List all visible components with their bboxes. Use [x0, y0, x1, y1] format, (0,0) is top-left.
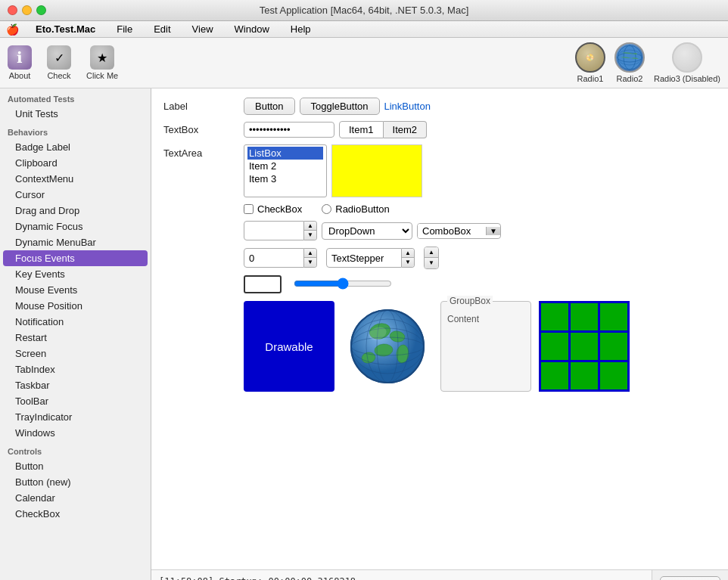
sidebar-item-dynamic-menubar[interactable]: Dynamic MenuBar [3, 234, 148, 250]
form-row-label: Label Button ToggleButton LinkButton [163, 98, 716, 115]
section-automated: Automated Tests [0, 88, 151, 106]
small-rect [244, 275, 282, 293]
empty-stepper-input[interactable] [244, 221, 304, 240]
checkbox-input[interactable] [244, 204, 254, 214]
sidebar-item-windows[interactable]: Windows [3, 425, 148, 441]
sidebar-item-checkbox[interactable]: CheckBox [3, 506, 148, 522]
textarea-field-label: TextArea [163, 144, 239, 159]
sidebar-item-restart[interactable]: Restart [3, 330, 148, 346]
sidebar-item-taskbar[interactable]: Taskbar [3, 377, 148, 393]
sidebar-item-button-new[interactable]: Button (new) [3, 474, 148, 490]
num-stepper-input[interactable] [244, 248, 304, 268]
sidebar-item-badge-label[interactable]: Badge Label [3, 139, 148, 155]
toolbar-clickme[interactable]: ★ Click Me [86, 45, 118, 80]
sidebar-item-button[interactable]: Button [3, 458, 148, 474]
radio1-label: Radio1 [577, 74, 604, 83]
groupbox: GroupBox Content [440, 301, 531, 392]
radio1-group[interactable]: 📀 Radio1 [575, 42, 605, 83]
sidebar-item-cursor[interactable]: Cursor [3, 187, 148, 203]
sidebar-item-clipboard[interactable]: Clipboard [3, 155, 148, 171]
menu-edit[interactable]: Edit [149, 23, 175, 36]
minimize-button[interactable] [22, 5, 32, 15]
checkbox-control[interactable]: CheckBox [244, 203, 302, 215]
form-row-checkbox: CheckBox RadioButton [163, 203, 716, 215]
radio2-disc[interactable] [614, 42, 645, 73]
num-stepper-down[interactable]: ▼ [304, 258, 316, 267]
text-stepper-input[interactable] [326, 248, 402, 268]
combobox-arrow[interactable]: ▼ [486, 227, 500, 235]
sidebar-item-focus-events[interactable]: Focus Events [3, 250, 148, 266]
maximize-button[interactable] [36, 5, 46, 15]
extra-up[interactable]: ▲ [425, 247, 438, 258]
linkbutton-control[interactable]: LinkButton [384, 101, 431, 112]
togglebutton-control[interactable]: ToggleButton [300, 98, 380, 115]
extra-stepper[interactable]: ▲ ▼ [424, 247, 439, 269]
listbox-item-3[interactable]: Item 3 [247, 172, 323, 185]
extra-down[interactable]: ▼ [425, 258, 438, 268]
title-bar: Test Application [Mac64, 64bit, .NET 5.0… [0, 0, 728, 21]
num-stepper[interactable]: ▲ ▼ [244, 248, 317, 268]
radio1-disc[interactable]: 📀 [575, 42, 605, 73]
sidebar-item-dynamic-focus[interactable]: Dynamic Focus [3, 219, 148, 234]
button-control[interactable]: Button [244, 98, 295, 115]
grid-cell [540, 361, 570, 391]
stepper-down[interactable]: ▼ [304, 231, 316, 240]
main-layout: Automated Tests Unit Tests Behaviors Bad… [0, 88, 728, 580]
tab-item1[interactable]: Item1 [339, 121, 384, 138]
toolbar-clickme-label: Click Me [86, 71, 118, 80]
globe-svg [616, 44, 643, 71]
visuals-row: Drawable [163, 301, 716, 392]
empty-stepper[interactable]: ▲ ▼ [244, 221, 317, 240]
sidebar-item-mouse-events[interactable]: Mouse Events [3, 282, 148, 298]
stepper-up[interactable]: ▲ [304, 222, 316, 231]
sidebar-item-mouse-position[interactable]: Mouse Position [3, 298, 148, 314]
app-menu-name[interactable]: Eto.Test.Mac [31, 23, 100, 36]
sidebar-item-unit-tests[interactable]: Unit Tests [3, 106, 148, 122]
drawable-box: Drawable [244, 301, 334, 392]
num-stepper-up[interactable]: ▲ [304, 249, 316, 258]
menu-help[interactable]: Help [286, 23, 316, 36]
toolbar-about[interactable]: ℹ About [8, 45, 32, 80]
apple-menu[interactable]: 🍎 [6, 23, 19, 36]
combobox-input[interactable] [418, 224, 486, 238]
slider-wrap [294, 278, 392, 292]
sidebar-item-contextmenu[interactable]: ContextMenu [3, 171, 148, 187]
close-button[interactable] [8, 5, 17, 15]
radiobutton-control[interactable]: RadioButton [322, 203, 390, 215]
menu-file[interactable]: File [112, 23, 137, 36]
globe-image [346, 305, 429, 388]
text-stepper-up[interactable]: ▲ [402, 249, 414, 258]
button-section: Clear Memory [652, 570, 728, 580]
menu-bar: 🍎 Eto.Test.Mac File Edit View Window Hel… [0, 21, 728, 38]
menu-view[interactable]: View [188, 23, 218, 36]
sidebar-item-drag-drop[interactable]: Drag and Drop [3, 203, 148, 219]
radio2-group[interactable]: Radio2 [614, 42, 645, 83]
toolbar-check[interactable]: ✓ Check [47, 45, 71, 80]
sidebar-item-key-events[interactable]: Key Events [3, 266, 148, 282]
combobox-control[interactable]: ▼ [417, 223, 501, 239]
menu-window[interactable]: Window [230, 23, 274, 36]
grid-cell [599, 302, 629, 332]
sidebar-item-tabindex[interactable]: TabIndex [3, 361, 148, 377]
section-behaviors: Behaviors [0, 122, 151, 139]
listbox-item-2[interactable]: Item 2 [247, 160, 323, 172]
sidebar-item-trayindicator[interactable]: TrayIndicator [3, 409, 148, 425]
globe-box [342, 301, 433, 392]
text-stepper[interactable]: ▲ ▼ [326, 248, 415, 268]
groupbox-content: Content [444, 311, 527, 327]
radio-input[interactable] [322, 204, 331, 214]
grid-box [539, 301, 630, 392]
sidebar-item-notification[interactable]: Notification [3, 314, 148, 330]
textbox-input[interactable] [244, 122, 334, 138]
clear-button[interactable]: Clear [660, 576, 720, 580]
text-stepper-down[interactable]: ▼ [402, 258, 414, 267]
sidebar-item-calendar[interactable]: Calendar [3, 490, 148, 506]
listbox-control[interactable]: ListBox Item 2 Item 3 [244, 144, 327, 197]
sidebar-item-toolbar[interactable]: ToolBar [3, 393, 148, 409]
dropdown-control[interactable]: DropDown [322, 222, 412, 240]
listbox-item-1[interactable]: ListBox [247, 147, 323, 160]
content-area: Label Button ToggleButton LinkButton Tex… [151, 88, 728, 580]
tab-item2[interactable]: Item2 [384, 121, 428, 138]
sidebar-item-screen[interactable]: Screen [3, 346, 148, 361]
slider-control[interactable] [294, 278, 392, 290]
